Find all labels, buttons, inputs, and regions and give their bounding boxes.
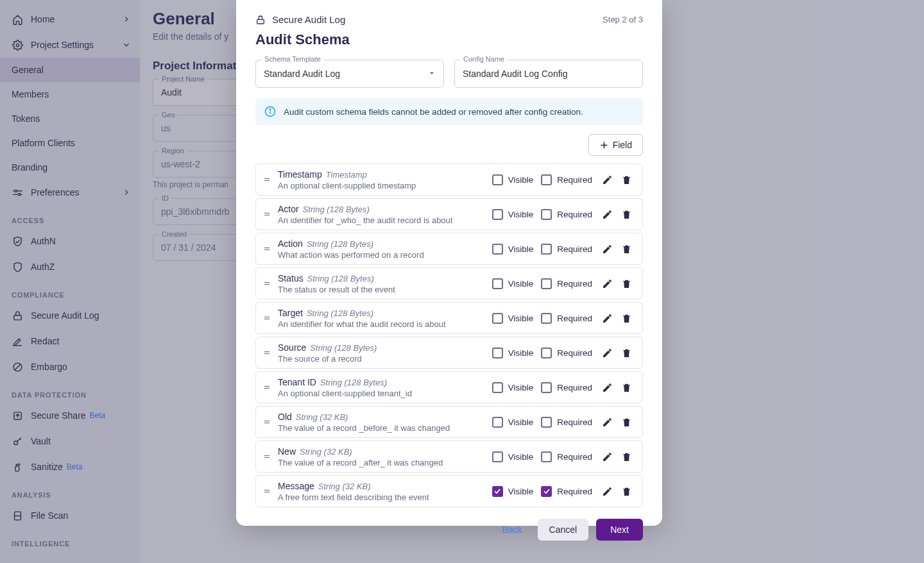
visible-label: Visible <box>508 244 534 254</box>
visible-checkbox[interactable] <box>492 313 503 324</box>
required-checkbox[interactable] <box>541 244 552 255</box>
edit-icon[interactable] <box>600 450 614 464</box>
required-checkbox[interactable] <box>541 451 552 462</box>
schema-field-type: String (128 Bytes) <box>307 274 374 283</box>
schema-field-desc: An optional client-supplied tenant_id <box>278 389 486 398</box>
delete-icon[interactable] <box>619 172 633 187</box>
schema-field-name: Tenant ID <box>278 377 316 387</box>
schema-text: SourceString (128 Bytes)The source of a … <box>278 342 486 364</box>
schema-template-select[interactable] <box>255 60 444 88</box>
edit-icon[interactable] <box>600 311 614 325</box>
delete-icon[interactable] <box>619 415 633 429</box>
visible-checkbox[interactable] <box>492 451 503 462</box>
delete-icon[interactable] <box>619 207 633 221</box>
schema-field-desc: A free form text field describing the ev… <box>278 492 486 502</box>
config-name-field: Config Name <box>454 60 643 88</box>
required-checkbox[interactable] <box>541 278 552 289</box>
drag-handle-icon[interactable] <box>262 349 271 357</box>
required-label: Required <box>557 417 592 427</box>
visible-label: Visible <box>508 417 534 427</box>
visible-checkbox[interactable] <box>492 417 503 428</box>
visible-checkbox[interactable] <box>492 174 503 185</box>
delete-icon[interactable] <box>619 311 633 325</box>
edit-icon[interactable] <box>600 380 614 394</box>
schema-field-desc: What action was performed on a record <box>278 250 486 260</box>
delete-icon[interactable] <box>619 450 633 464</box>
delete-icon[interactable] <box>619 484 633 498</box>
delete-icon[interactable] <box>619 346 633 360</box>
schema-field-desc: An optional client-supplied timestamp <box>278 181 486 190</box>
info-icon <box>264 106 276 117</box>
visible-checkbox[interactable] <box>492 244 503 255</box>
schema-field-name: Timestamp <box>278 169 322 180</box>
visible-label: Visible <box>508 175 534 185</box>
required-checkbox[interactable] <box>541 209 552 220</box>
visible-label: Visible <box>508 348 534 358</box>
required-checkbox[interactable] <box>541 382 552 393</box>
required-checkbox[interactable] <box>541 313 552 324</box>
drag-handle-icon[interactable] <box>262 453 271 460</box>
required-label: Required <box>557 175 592 185</box>
plus-icon <box>599 140 609 150</box>
edit-icon[interactable] <box>600 484 614 498</box>
config-name-label: Config Name <box>461 55 507 63</box>
visible-checkbox[interactable] <box>492 348 503 358</box>
schema-field-type: String (128 Bytes) <box>307 308 373 318</box>
required-label: Required <box>557 279 592 289</box>
drag-handle-icon[interactable] <box>262 245 271 253</box>
modal-footer: Back Cancel Next <box>255 507 643 541</box>
required-checkbox[interactable] <box>541 174 552 185</box>
visible-checkbox[interactable] <box>492 278 503 289</box>
edit-icon[interactable] <box>600 415 614 429</box>
cancel-button[interactable]: Cancel <box>538 519 589 541</box>
schema-field-type: String (32 KB) <box>296 412 348 422</box>
visible-label: Visible <box>508 452 534 462</box>
schema-text: StatusString (128 Bytes)The status or re… <box>278 273 486 294</box>
schema-field-type: Timestamp <box>326 170 367 180</box>
config-name-input[interactable] <box>454 60 643 88</box>
visible-label: Visible <box>508 383 534 392</box>
delete-icon[interactable] <box>619 380 633 394</box>
schema-text: ActorString (128 Bytes)An identifier for… <box>278 203 486 225</box>
drag-handle-icon[interactable] <box>262 418 271 426</box>
required-label: Required <box>557 244 592 254</box>
drag-handle-icon[interactable] <box>262 383 271 391</box>
add-field-label: Field <box>613 140 632 150</box>
edit-icon[interactable] <box>600 172 614 187</box>
schema-row: MessageString (32 KB)A free form text fi… <box>255 475 643 507</box>
drag-handle-icon[interactable] <box>262 314 271 322</box>
schema-field-desc: An identifier for what the audit record … <box>278 319 486 329</box>
schema-controls: VisibleRequired <box>492 207 633 221</box>
required-label: Required <box>557 210 592 219</box>
required-checkbox[interactable] <box>541 417 552 428</box>
required-checkbox[interactable] <box>541 348 552 358</box>
required-checkbox[interactable] <box>541 486 552 497</box>
visible-label: Visible <box>508 279 534 289</box>
step-indicator: Step 2 of 3 <box>603 15 643 24</box>
modal-header-title: Secure Audit Log <box>272 14 345 25</box>
visible-checkbox[interactable] <box>492 209 503 220</box>
schema-field-type: String (128 Bytes) <box>310 343 377 353</box>
schema-field-desc: The source of a record <box>278 354 486 364</box>
schema-row: TargetString (128 Bytes)An identifier fo… <box>255 302 643 334</box>
next-button[interactable]: Next <box>596 519 643 541</box>
delete-icon[interactable] <box>619 242 633 256</box>
visible-checkbox[interactable] <box>492 382 503 393</box>
edit-icon[interactable] <box>600 276 614 290</box>
schema-controls: VisibleRequired <box>492 276 633 290</box>
drag-handle-icon[interactable] <box>262 176 271 183</box>
back-button[interactable]: Back <box>494 519 529 540</box>
edit-icon[interactable] <box>600 207 614 221</box>
drag-handle-icon[interactable] <box>262 487 271 495</box>
schema-controls: VisibleRequired <box>492 415 633 429</box>
delete-icon[interactable] <box>619 276 633 290</box>
edit-icon[interactable] <box>600 242 614 256</box>
edit-icon[interactable] <box>600 346 614 360</box>
add-field-button[interactable]: Field <box>588 134 643 156</box>
schema-field-type: String (128 Bytes) <box>303 205 370 214</box>
drag-handle-icon[interactable] <box>262 210 271 218</box>
schema-template-field: Schema Template <box>255 60 444 88</box>
drag-handle-icon[interactable] <box>262 280 271 287</box>
visible-checkbox[interactable] <box>492 486 503 497</box>
schema-field-name: Status <box>278 273 304 283</box>
